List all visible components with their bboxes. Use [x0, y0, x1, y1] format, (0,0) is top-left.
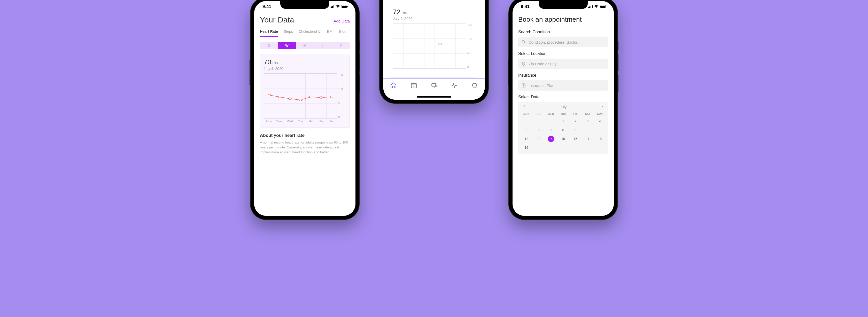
battery-icon — [342, 5, 348, 8]
location-placeholder: Zip Code or City — [529, 62, 556, 66]
stat-value: 70 — [264, 58, 271, 66]
svg-rect-6 — [347, 6, 348, 7]
calendar-day-19[interactable]: 19 — [520, 143, 532, 152]
svg-point-7 — [268, 94, 271, 96]
calendar-day-5[interactable]: 5 — [520, 126, 532, 134]
svg-point-24 — [523, 63, 524, 64]
add-data-link[interactable]: Add Data — [334, 19, 350, 23]
wifi-icon — [594, 5, 598, 8]
calendar-day-16[interactable]: 16 — [569, 134, 582, 143]
stat-value: 72 — [393, 8, 400, 16]
calendar: July MONTUEWEDTHUFRISATSUN ...1234567891… — [518, 102, 608, 154]
calendar-day-12[interactable]: 12 — [520, 134, 532, 143]
insurance-input[interactable]: Insurance Plan — [518, 80, 608, 91]
location-input[interactable]: Zip Code or City — [518, 59, 608, 69]
condition-input[interactable]: Condition, procedure, doctor... — [518, 37, 608, 47]
svg-point-8 — [278, 96, 281, 98]
svg-rect-21 — [600, 6, 605, 8]
calendar-day-11[interactable]: 11 — [594, 126, 606, 134]
dow-fri: FRI — [569, 111, 582, 117]
status-icons — [330, 5, 348, 8]
dow-wed: WED — [545, 111, 557, 117]
next-month-button[interactable] — [600, 104, 604, 109]
calendar-day-7[interactable]: 7 — [545, 126, 557, 134]
svg-rect-16 — [588, 7, 589, 8]
svg-rect-1 — [331, 6, 332, 8]
calendar-day-15[interactable]: 15 — [557, 134, 569, 143]
phone-book-appointment: 9:41 Book an appointment Search Conditio… — [509, 0, 617, 219]
calendar-day-18[interactable]: 18 — [594, 134, 606, 143]
segment-m[interactable]: M — [296, 42, 314, 49]
status-time: 9:41 — [521, 4, 530, 9]
search-icon — [521, 40, 526, 44]
svg-rect-0 — [330, 7, 331, 8]
home-icon[interactable] — [390, 82, 397, 90]
page-title: Book an appointment — [518, 15, 608, 24]
calendar-day-13[interactable]: 13 — [532, 134, 545, 143]
svg-point-13 — [330, 96, 333, 98]
tab-bloo[interactable]: Bloo — [339, 28, 346, 37]
tab-bmi[interactable]: BMI — [327, 28, 334, 37]
wifi-icon — [336, 5, 340, 8]
svg-rect-3 — [334, 5, 334, 8]
svg-rect-22 — [606, 6, 606, 7]
svg-point-14 — [439, 43, 441, 45]
calendar-day-14[interactable]: 14 — [545, 134, 557, 143]
calendar-day-10[interactable]: 10 — [582, 126, 594, 134]
chevron-right-icon — [600, 104, 604, 108]
svg-rect-2 — [332, 6, 333, 8]
calendar-icon[interactable] — [410, 82, 417, 90]
svg-point-10 — [299, 99, 302, 101]
page-title: Your Data — [260, 15, 294, 24]
heart-rate-chart-card: 70 ms July 4, 2020 150100500 MonTuesWedT… — [260, 54, 350, 128]
dow-tue: TUE — [532, 111, 545, 117]
calendar-day-2[interactable]: 2 — [569, 117, 582, 126]
tab-heart-rate[interactable]: Heart Rate — [260, 28, 278, 37]
segment-d[interactable]: D — [260, 42, 278, 49]
about-text: A normal resting heart rate for adults r… — [260, 140, 350, 155]
phone-dashboard: 72 ms July 4, 2020 150100500 MonTuesWedT… — [380, 0, 488, 103]
prev-month-button[interactable] — [522, 104, 526, 109]
dow-thu: THU — [557, 111, 569, 117]
date-label: Select Date — [518, 95, 608, 99]
svg-rect-17 — [589, 6, 590, 8]
battery-icon — [600, 5, 607, 8]
location-icon — [521, 61, 526, 66]
signal-icon — [330, 5, 334, 8]
calendar-day-6[interactable]: 6 — [532, 126, 545, 134]
phone-your-data: 9:41 Your Data Add Data Heart RateStepsC… — [251, 0, 359, 219]
home-indicator — [417, 96, 451, 98]
segment-y[interactable]: Y — [332, 42, 350, 49]
calendar-day-9[interactable]: 9 — [569, 126, 582, 134]
calendar-day-17[interactable]: 17 — [582, 134, 594, 143]
condition-placeholder: Condition, procedure, doctor... — [529, 40, 581, 44]
svg-point-11 — [309, 96, 312, 98]
segment-w[interactable]: W — [278, 42, 296, 49]
tab-cholesterol-lvl[interactable]: Cholesterol lvl — [299, 28, 321, 37]
svg-point-9 — [288, 98, 291, 100]
calendar-day-3[interactable]: 3 — [582, 117, 594, 126]
condition-label: Search Condition — [518, 30, 608, 34]
svg-point-12 — [320, 97, 323, 98]
stat-date: July 4, 2020 — [393, 17, 475, 21]
chat-icon[interactable] — [431, 82, 437, 90]
insurance-label: Insurance — [518, 73, 608, 78]
svg-rect-19 — [592, 5, 593, 8]
calendar-day-4[interactable]: 4 — [594, 117, 606, 126]
status-icons — [588, 5, 607, 8]
tab-bar — [383, 78, 485, 100]
svg-rect-5 — [342, 6, 347, 8]
tab-steps[interactable]: Steps — [284, 28, 293, 37]
location-label: Select Location — [518, 51, 608, 56]
calendar-day-1[interactable]: 1 — [557, 117, 569, 126]
activity-icon[interactable] — [451, 82, 458, 90]
dow-mon: MON — [520, 111, 532, 117]
stat-date: July 4, 2020 — [264, 67, 346, 71]
calendar-day-8[interactable]: 8 — [557, 126, 569, 134]
document-icon — [521, 83, 526, 88]
segment-|[interactable]: | — [314, 42, 332, 49]
dow-sat: SAT — [582, 111, 594, 117]
dow-sun: SUN — [594, 111, 606, 117]
stat-unit: ms — [272, 61, 278, 65]
heart-icon[interactable] — [471, 82, 478, 90]
